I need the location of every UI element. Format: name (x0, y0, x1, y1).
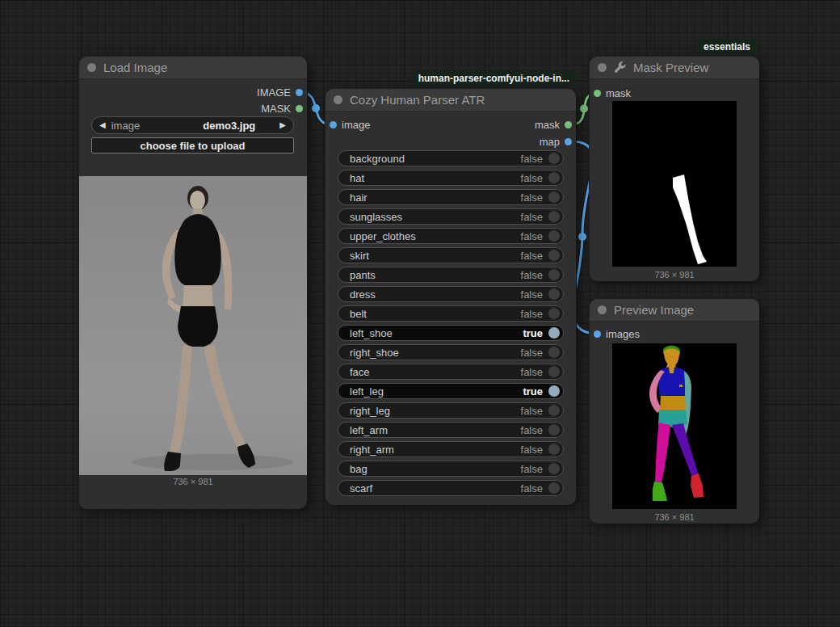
toggle-value: false (521, 230, 543, 242)
toggle-label: bag (350, 463, 368, 475)
toggle-knob[interactable] (548, 191, 560, 203)
image-filename-combo[interactable]: ◀ image demo3.jpg ▶ (91, 116, 294, 134)
node-status-dot (598, 63, 607, 72)
toggle-value: false (521, 482, 543, 494)
toggle-row-left_shoe[interactable]: left_shoetrue (338, 325, 564, 341)
output-dot-mask[interactable] (565, 121, 572, 128)
node-mask-preview-header[interactable]: Mask Preview (590, 57, 759, 79)
image-size-caption: 736 × 981 (590, 512, 759, 522)
toggle-knob[interactable] (548, 269, 560, 280)
toggle-label: hair (350, 191, 368, 204)
toggle-row-bag[interactable]: bagfalse (338, 461, 564, 477)
toggle-label: pants (350, 269, 376, 281)
output-slot-label: IMAGE (257, 86, 291, 99)
choose-file-button[interactable]: choose file to upload (91, 137, 294, 154)
toggle-row-left_leg[interactable]: left_legtrue (338, 383, 564, 399)
toggle-knob[interactable] (548, 230, 560, 242)
toggle-value: false (521, 191, 543, 204)
node-preview-image-header[interactable]: Preview Image (590, 299, 759, 322)
node-load-image-header[interactable]: Load Image (79, 57, 307, 79)
toggle-row-dress[interactable]: dressfalse (338, 286, 564, 302)
output-dot-map[interactable] (565, 138, 572, 145)
toggle-row-left_arm[interactable]: left_armfalse (338, 422, 564, 438)
toggle-value: false (521, 250, 543, 262)
toggle-knob[interactable] (548, 347, 560, 358)
toggle-label: left_arm (350, 424, 388, 436)
output-slot-mask: MASK (261, 101, 303, 116)
toggle-knob[interactable] (548, 288, 560, 300)
toggle-knob[interactable] (548, 308, 560, 319)
toggle-label: dress (350, 288, 376, 301)
toggle-row-right_arm[interactable]: right_armfalse (338, 441, 564, 457)
toggle-row-right_leg[interactable]: right_legfalse (338, 402, 564, 419)
node-graph-canvas[interactable]: Load Image IMAGE MASK ◀ image demo3.jpg … (0, 0, 840, 627)
toggle-knob[interactable] (548, 482, 560, 494)
toggle-row-hair[interactable]: hairfalse (338, 189, 564, 205)
output-slot-label: mask (535, 119, 560, 131)
essentials-badge: essentials (697, 39, 757, 55)
output-dot-mask[interactable] (296, 105, 303, 112)
toggle-value: false (521, 405, 543, 417)
input-dot-images[interactable] (594, 330, 601, 338)
toggle-knob[interactable] (548, 444, 560, 455)
toggle-knob[interactable] (548, 153, 560, 164)
output-dot-image[interactable] (296, 89, 303, 96)
toggle-row-sunglasses[interactable]: sunglassesfalse (338, 208, 564, 225)
node-mask-preview[interactable]: Mask Preview mask 736 × 981 (590, 57, 759, 281)
node-parser-header[interactable]: Cozy Human Parser ATR (326, 89, 576, 112)
input-dot-image[interactable] (330, 121, 337, 128)
node-preview-image[interactable]: Preview Image images 736 × 981 (590, 299, 759, 524)
toggle-knob[interactable] (548, 366, 560, 377)
output-slot-mask: mask (535, 117, 572, 132)
node-title: Mask Preview (633, 61, 708, 74)
toggle-row-pants[interactable]: pantsfalse (338, 267, 564, 283)
node-title: Load Image (103, 61, 167, 74)
toggle-row-skirt[interactable]: skirtfalse (338, 247, 564, 263)
segmentation-preview-image (612, 343, 737, 509)
toggle-value: false (521, 347, 543, 359)
node-title: Cozy Human Parser ATR (350, 93, 485, 107)
toggle-label: skirt (350, 250, 369, 262)
toggle-row-upper_clothes[interactable]: upper_clothesfalse (338, 228, 564, 244)
toggle-value: false (521, 308, 543, 320)
toggle-value: true (523, 385, 543, 398)
node-cozy-human-parser-atr[interactable]: Cozy Human Parser ATR image mask map bac… (326, 89, 576, 505)
toggle-label: right_arm (350, 444, 394, 456)
toggle-label: left_leg (350, 385, 384, 398)
output-slot-label: map (540, 136, 560, 148)
toggle-value: false (521, 366, 543, 378)
toggle-row-hat[interactable]: hatfalse (338, 170, 564, 186)
toggle-label: right_leg (350, 405, 390, 417)
parser-toggle-list: backgroundfalsehatfalsehairfalsesunglass… (338, 150, 564, 499)
toggle-row-background[interactable]: backgroundfalse (338, 150, 564, 166)
toggle-value: false (521, 153, 543, 165)
toggle-value: false (521, 269, 543, 281)
combo-next-icon[interactable]: ▶ (279, 121, 286, 129)
node-status-dot (87, 63, 96, 72)
toggle-knob[interactable] (548, 327, 560, 339)
toggle-knob[interactable] (548, 172, 560, 183)
combo-prev-icon[interactable]: ◀ (99, 121, 106, 129)
toggle-value: false (521, 463, 543, 475)
input-slot-mask: mask (594, 86, 631, 100)
output-slot-label: MASK (261, 103, 291, 115)
toggle-row-face[interactable]: facefalse (338, 364, 564, 380)
node-title: Preview Image (614, 303, 694, 317)
toggle-knob[interactable] (548, 405, 560, 416)
toggle-row-right_shoe[interactable]: right_shoefalse (338, 344, 564, 360)
toggle-row-scarf[interactable]: scarffalse (338, 480, 564, 496)
toggle-label: scarf (350, 482, 372, 494)
toggle-value: false (521, 424, 543, 436)
toggle-value: true (523, 327, 543, 339)
toggle-knob[interactable] (548, 424, 560, 436)
toggle-row-belt[interactable]: beltfalse (338, 305, 564, 322)
toggle-knob[interactable] (548, 211, 560, 222)
toggle-knob[interactable] (548, 385, 560, 397)
toggle-knob[interactable] (548, 250, 560, 261)
toggle-label: right_shoe (350, 347, 399, 359)
node-load-image[interactable]: Load Image IMAGE MASK ◀ image demo3.jpg … (79, 57, 307, 509)
output-slot-image: IMAGE (257, 85, 303, 99)
source-photo (79, 176, 307, 475)
toggle-knob[interactable] (548, 463, 560, 474)
input-dot-mask[interactable] (594, 90, 601, 97)
